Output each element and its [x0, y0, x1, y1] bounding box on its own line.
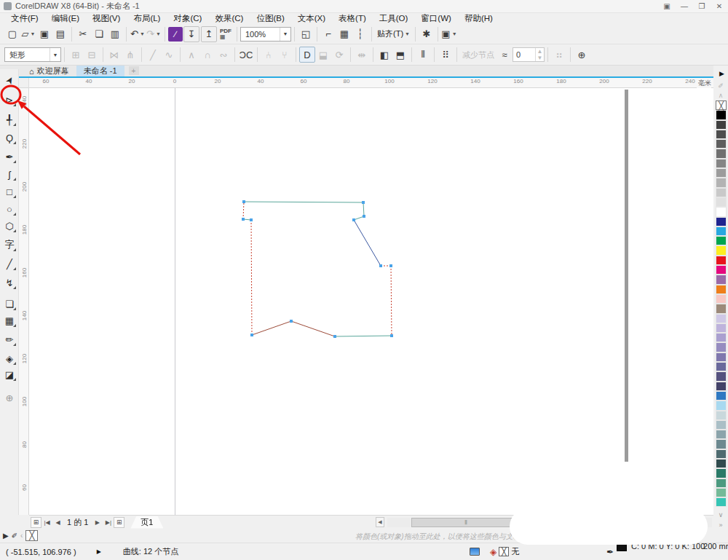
- reflect-vertical-button[interactable]: ⬒: [392, 47, 408, 63]
- fullscreen-preview-button[interactable]: ◱: [298, 26, 314, 42]
- undo-button[interactable]: ↶▼: [130, 26, 146, 42]
- doc-palette-scroll-icon[interactable]: ‹: [20, 532, 23, 540]
- mesh-fill-tool[interactable]: ▦: [2, 313, 17, 328]
- doc-palette-edit-icon[interactable]: ✐: [12, 532, 17, 540]
- add-page-after-button[interactable]: ⊞: [114, 517, 124, 528]
- print-button[interactable]: ▤: [52, 26, 68, 42]
- color-swatch[interactable]: [716, 110, 727, 119]
- zoom-level-combo[interactable]: 100%▼: [240, 27, 291, 42]
- color-swatch[interactable]: [716, 197, 727, 207]
- show-guidelines-button[interactable]: ┆: [352, 26, 368, 42]
- menu-help[interactable]: 帮助(H): [458, 13, 499, 24]
- eyedropper-tool[interactable]: ✏: [2, 332, 17, 347]
- new-document-button[interactable]: ▢: [4, 26, 20, 42]
- palette-scroll-down-icon[interactable]: ∨: [715, 511, 727, 518]
- elastic-mode-button[interactable]: ⦀: [415, 47, 431, 63]
- color-swatch[interactable]: [716, 342, 727, 352]
- show-grid-button[interactable]: ▦: [336, 26, 352, 42]
- doc-palette-no-color-swatch[interactable]: ╳: [25, 530, 38, 541]
- account-badge-icon[interactable]: ▣: [658, 1, 676, 12]
- maximize-button[interactable]: ❐: [693, 1, 711, 12]
- color-swatch[interactable]: [716, 168, 727, 178]
- color-swatch[interactable]: [716, 256, 727, 265]
- drop-shadow-tool[interactable]: ❏: [2, 296, 17, 311]
- text-tool[interactable]: 字: [2, 237, 17, 252]
- save-button[interactable]: ▣: [36, 26, 52, 42]
- color-swatch[interactable]: [716, 149, 727, 158]
- palette-edit-icon[interactable]: ✐: [715, 82, 727, 90]
- color-swatch[interactable]: [716, 352, 727, 362]
- color-swatch[interactable]: [716, 188, 727, 197]
- no-color-swatch[interactable]: ╳: [716, 100, 727, 110]
- open-button[interactable]: ▱▼: [20, 26, 36, 42]
- snap-to-dropdown[interactable]: 贴齐(T)▼: [375, 26, 412, 42]
- show-rulers-button[interactable]: ⌐: [320, 26, 336, 42]
- smart-fill-tool[interactable]: ◪: [2, 367, 17, 382]
- zoom-tool[interactable]: Ϙ: [2, 130, 17, 145]
- tab-welcome-screen[interactable]: ⌂ 欢迎屏幕: [22, 66, 76, 76]
- copy-button[interactable]: ❏: [91, 26, 107, 42]
- menu-table[interactable]: 表格(T): [332, 13, 373, 24]
- hscroll-thumb[interactable]: ⦀: [411, 518, 521, 527]
- color-swatch[interactable]: [716, 120, 727, 130]
- color-swatch[interactable]: [716, 439, 727, 449]
- palette-expand-icon[interactable]: »: [715, 521, 727, 529]
- redo-button[interactable]: ↷▼: [146, 26, 162, 42]
- proof-colors-icon[interactable]: [470, 548, 480, 556]
- add-node-button[interactable]: ⊞: [68, 47, 84, 63]
- color-swatch[interactable]: [716, 139, 727, 149]
- paste-button[interactable]: ▥: [107, 26, 123, 42]
- color-swatch[interactable]: [716, 314, 727, 323]
- options-button[interactable]: ✱: [419, 26, 435, 42]
- search-content-button[interactable]: ∕: [168, 27, 183, 42]
- color-swatch[interactable]: [716, 449, 727, 459]
- symmetrical-node-button[interactable]: ∾: [215, 47, 232, 63]
- palette-collapse-icon[interactable]: ∧: [715, 91, 727, 100]
- toolbar-overflow-icon[interactable]: ▶: [719, 70, 724, 77]
- customize-toolbox-button[interactable]: ⊕: [2, 390, 17, 405]
- color-swatch[interactable]: [716, 459, 727, 468]
- color-swatch[interactable]: [716, 217, 727, 226]
- first-page-button[interactable]: |◀: [41, 517, 52, 528]
- rectangle-tool[interactable]: □: [2, 184, 17, 199]
- export-button[interactable]: ↥: [201, 26, 217, 42]
- smooth-node-button[interactable]: ∩: [199, 47, 215, 63]
- color-swatch[interactable]: [716, 245, 727, 255]
- color-swatch[interactable]: [716, 323, 727, 333]
- page-tab[interactable]: 页1: [130, 516, 163, 529]
- color-swatch[interactable]: [716, 294, 727, 304]
- reverse-direction-button[interactable]: ƆC: [238, 47, 254, 63]
- join-nodes-button[interactable]: ⋈: [106, 47, 122, 63]
- vertical-ruler[interactable]: 2402202001801601401201008060: [19, 88, 29, 515]
- minimize-button[interactable]: —: [676, 1, 693, 12]
- close-button[interactable]: ✕: [711, 1, 728, 12]
- box-mode-button[interactable]: ⠶: [551, 47, 567, 63]
- import-button[interactable]: ↧: [183, 26, 199, 42]
- menu-tools[interactable]: 工具(O): [373, 13, 415, 24]
- ellipse-tool[interactable]: ○: [2, 202, 17, 216]
- pen-tool[interactable]: ✒: [2, 149, 17, 164]
- extend-curve-button[interactable]: ⑃: [261, 47, 277, 63]
- fill-color-icon[interactable]: ◈: [490, 547, 496, 557]
- outline-pen-icon[interactable]: ✒: [606, 547, 614, 557]
- hscroll-left-button[interactable]: ◀: [376, 517, 384, 527]
- connector-tool[interactable]: ↯: [2, 275, 17, 290]
- last-page-button[interactable]: ▶|: [103, 517, 114, 528]
- rotate-nodes-button[interactable]: ⟳: [331, 47, 347, 63]
- fill-none-swatch[interactable]: ╳: [499, 547, 509, 556]
- color-swatch[interactable]: [716, 468, 727, 478]
- color-swatch[interactable]: [716, 178, 727, 187]
- color-swatch[interactable]: [716, 265, 727, 275]
- polygon-tool[interactable]: ⬡: [2, 218, 17, 233]
- color-swatch[interactable]: [716, 236, 727, 245]
- color-swatch[interactable]: [716, 362, 727, 371]
- color-swatch[interactable]: [716, 391, 727, 401]
- drawing-canvas[interactable]: [29, 88, 713, 515]
- crop-tool[interactable]: ╃: [2, 112, 17, 127]
- previous-page-button[interactable]: ◀: [52, 517, 63, 528]
- color-swatch[interactable]: [716, 401, 727, 410]
- curve-smoothness-icon[interactable]: ≈: [496, 47, 513, 63]
- doc-palette-expand-icon[interactable]: ▶: [3, 532, 9, 540]
- menu-file[interactable]: 文件(F): [4, 13, 45, 24]
- color-swatch[interactable]: [716, 488, 727, 497]
